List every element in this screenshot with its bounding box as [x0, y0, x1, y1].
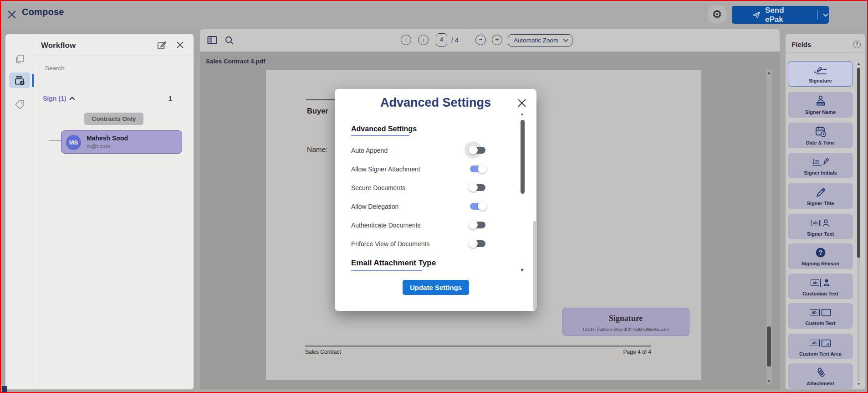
viewer-scrollbar[interactable]: ▲ ▼ [766, 69, 772, 385]
documents-tab[interactable] [9, 51, 30, 67]
enforce-view-of-documents-toggle[interactable] [469, 239, 487, 248]
toggle-row-authenticate-documents: Authenticate Documents [351, 220, 488, 232]
field-card-signer-title[interactable]: Signer Title [788, 183, 853, 209]
toggle-row-auto-append: Auto Append [351, 145, 488, 157]
signature-field-uuid: UUID : f546fe51-885e-4f01-9582-b88de94ca… [562, 327, 689, 332]
page-total-label: / 4 [451, 36, 459, 44]
toggle-label: Allow Signer Attachment [351, 165, 420, 173]
modal-scroll-down-icon[interactable]: ▼ [520, 267, 525, 273]
field-card-signer-name[interactable]: ABCD Signer Name [788, 92, 853, 118]
fields-scrollbar[interactable]: ▲ ▼ [856, 61, 861, 387]
document-name-label: Sales Contract 4.pdf [206, 58, 266, 65]
zoom-out-button[interactable]: − [475, 35, 486, 45]
field-card-custom-text-area[interactable]: ab Custom Text Area [788, 334, 853, 359]
signer-initials-icon: In [788, 155, 853, 168]
dialog-close-icon[interactable] [516, 98, 527, 109]
auto-append-toggle[interactable] [469, 145, 487, 155]
field-card-signer-text[interactable]: ab Signer Text [788, 214, 853, 239]
send-split-divider [817, 10, 818, 20]
page-footer-rule [305, 346, 651, 346]
buyer-heading: Buyer [307, 107, 328, 115]
sign-group-collapse-chevron-icon[interactable] [69, 96, 76, 101]
attachment-paperclip-icon [788, 366, 853, 379]
toolbar-separator [467, 32, 467, 49]
advanced-settings-section-header: Advanced Settings [351, 125, 417, 133]
viewer-scrollbar-thumb[interactable] [767, 326, 771, 367]
workflow-edit-icon[interactable] [157, 40, 168, 51]
fields-scroll-down-icon[interactable]: ▼ [856, 382, 861, 386]
page-number-input[interactable]: 4 [436, 33, 447, 47]
zoom-in-button[interactable]: + [492, 35, 502, 45]
tags-tab[interactable] [9, 97, 30, 112]
svg-text:ABCD: ABCD [817, 102, 824, 105]
signer-email: m@t.com [87, 143, 110, 150]
toggle-label: Secure Documents [351, 184, 405, 191]
allow-delegation-toggle[interactable] [469, 202, 487, 211]
modal-scrollbar-thumb[interactable] [521, 120, 525, 194]
workflow-tree-connector [49, 107, 61, 141]
send-epak-label: Send ePak [765, 6, 800, 24]
signing-reason-icon: ? [788, 246, 853, 259]
workflow-panel: Workflow Sign (1) 1 Contracts Only MS Ma… [5, 34, 194, 389]
toggle-label: Allow Delegation [351, 203, 398, 210]
viewer-scroll-down-icon[interactable]: ▼ [766, 379, 772, 383]
signer-name: Mahesh Sood [87, 134, 128, 142]
field-card-signing-reason[interactable]: ? Signing Reason [788, 243, 853, 269]
send-dropdown-chevron-icon[interactable] [822, 13, 829, 17]
field-card-attachment[interactable]: Attachment [788, 363, 853, 389]
signer-card[interactable]: MS Mahesh Sood m@t.com [61, 130, 182, 154]
footer-page-number: Page 4 of 4 [305, 349, 651, 355]
zoom-select-value: Automatic Zoom [514, 37, 558, 44]
update-settings-button[interactable]: Update Settings [403, 280, 469, 295]
toggle-row-allow-delegation: Allow Delegation [351, 201, 488, 213]
svg-text:In: In [812, 157, 819, 165]
advanced-settings-dialog: Advanced Settings Advanced Settings Auto… [335, 89, 536, 311]
settings-gear-icon[interactable]: ⚙ [707, 5, 727, 24]
sign-group-count: 1 [168, 95, 172, 102]
signer-name-icon: ABCD [788, 95, 853, 108]
signer-title-pencil-icon [788, 186, 853, 199]
field-card-signer-initials[interactable]: In Signer Initials [788, 153, 853, 178]
signature-placed-field[interactable]: Signature UUID : f546fe51-885e-4f01-9582… [562, 308, 689, 336]
page-down-button[interactable]: ↓ [418, 35, 429, 45]
compose-close-icon[interactable] [7, 10, 17, 20]
dialog-title: Advanced Settings [335, 96, 536, 110]
workflow-search-input[interactable] [45, 62, 188, 75]
secure-documents-toggle[interactable] [469, 183, 487, 192]
fields-title: Fields [791, 41, 811, 48]
fields-header-divider [786, 52, 865, 53]
send-epak-button[interactable]: Send ePak [732, 6, 829, 24]
authenticate-documents-toggle[interactable] [469, 220, 487, 229]
find-in-document-icon[interactable] [225, 36, 234, 45]
fields-scrollbar-thumb[interactable] [857, 68, 860, 258]
modal-edge-scrollbar[interactable] [533, 221, 536, 310]
workflow-tab-selected[interactable] [9, 72, 30, 88]
pdf-toolbar: ↑ ↓ 4 / 4 − + Automatic Zoom [200, 29, 780, 52]
workflow-close-icon[interactable] [175, 40, 186, 51]
toggle-row-secure-documents: Secure Documents [351, 182, 488, 194]
section-underline [351, 135, 409, 136]
fields-scroll-up-icon[interactable]: ▲ [856, 62, 861, 66]
documents-copy-icon [15, 54, 25, 64]
fields-panel: Fields ? Signature ABCD Signer Name Date… [786, 34, 865, 389]
sidebar-toggle-icon[interactable] [207, 36, 217, 45]
tag-icon [15, 99, 25, 110]
toggle-row-enforce-view: Enforce View of Documents [351, 238, 488, 250]
toggle-label: Auto Append [351, 147, 388, 154]
viewer-scroll-up-icon[interactable]: ▲ [766, 71, 772, 75]
allow-signer-attachment-toggle[interactable] [469, 164, 487, 173]
fields-help-icon[interactable]: ? [853, 41, 861, 48]
field-card-date-time[interactable]: Date & Time [788, 123, 853, 148]
section-underline [351, 270, 422, 271]
custom-text-icon: ab [788, 306, 853, 319]
modal-scroll-up-icon[interactable]: ▲ [520, 112, 524, 116]
field-card-custodian-text[interactable]: ab Custodian Text [788, 274, 853, 299]
field-card-custom-text[interactable]: ab Custom Text [788, 303, 853, 329]
page-up-button[interactable]: ↑ [401, 35, 411, 45]
sign-group-label[interactable]: Sign (1) [43, 95, 66, 102]
field-card-signature[interactable]: Signature [788, 61, 853, 87]
name-label: Name: [307, 145, 328, 154]
zoom-select[interactable]: Automatic Zoom [508, 34, 572, 47]
contracts-only-chip[interactable]: Contracts Only [84, 113, 143, 125]
email-attachment-type-section-header: Email Attachment Type [351, 259, 436, 268]
